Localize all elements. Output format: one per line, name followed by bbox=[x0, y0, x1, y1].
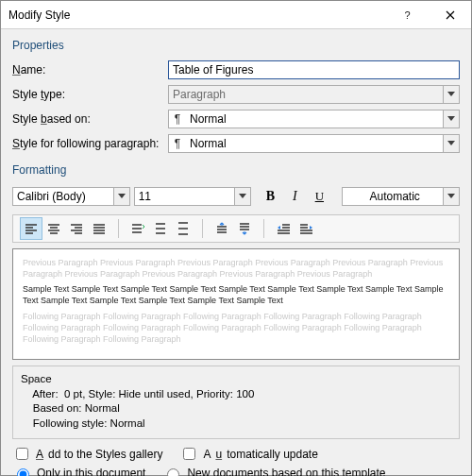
chevron-down-icon[interactable] bbox=[443, 110, 459, 128]
linespacing-2-button[interactable] bbox=[172, 217, 194, 240]
new-docs-radio[interactable]: New documents based on this template bbox=[162, 466, 385, 476]
styletype-combo: Paragraph bbox=[168, 85, 460, 104]
desc-line: Space bbox=[21, 372, 451, 387]
font-color-combo[interactable]: Automatic bbox=[342, 187, 460, 206]
chevron-down-icon bbox=[443, 86, 459, 103]
help-button[interactable]: ? bbox=[386, 1, 429, 29]
increase-indent-button[interactable] bbox=[295, 217, 317, 240]
align-center-button[interactable] bbox=[42, 217, 65, 240]
linespacing-15-button[interactable] bbox=[149, 217, 172, 240]
auto-update-checkbox[interactable]: Automatically update bbox=[179, 445, 317, 463]
underline-button[interactable]: U bbox=[308, 186, 330, 207]
add-to-gallery-checkbox[interactable]: Add to the Styles gallery bbox=[12, 445, 162, 463]
space-before-increase-button[interactable] bbox=[211, 217, 233, 240]
preview-previous: Previous Paragraph Previous Paragraph Pr… bbox=[23, 257, 449, 280]
style-description: Space After: 0 pt, Style: Hide until use… bbox=[12, 366, 460, 439]
linespacing-1-button[interactable] bbox=[126, 217, 149, 240]
only-this-doc-radio[interactable]: Only in this document bbox=[12, 466, 145, 476]
font-name-combo[interactable]: Calibri (Body) bbox=[12, 187, 130, 206]
paragraph-toolbar bbox=[12, 214, 460, 243]
styletype-label: Style type: bbox=[12, 88, 168, 101]
font-toolbar: Calibri (Body) 11 B I U Automatic bbox=[12, 186, 460, 207]
preview-following: Following Paragraph Following Paragraph … bbox=[23, 311, 449, 345]
desc-line: After: 0 pt, Style: Hide until used, Pri… bbox=[21, 387, 451, 402]
align-left-button[interactable] bbox=[20, 217, 42, 240]
desc-line: Following style: Normal bbox=[21, 416, 451, 432]
dialog-title: Modify Style bbox=[1, 8, 70, 22]
following-combo[interactable]: ¶ Normal bbox=[168, 134, 460, 153]
font-size-combo[interactable]: 11 bbox=[134, 187, 252, 206]
close-button[interactable] bbox=[429, 1, 471, 29]
formatting-heading: Formatting bbox=[12, 163, 460, 177]
align-justify-button[interactable] bbox=[88, 217, 110, 240]
basedon-combo[interactable]: ¶ Normal bbox=[168, 110, 460, 128]
name-label: Name: bbox=[12, 63, 168, 76]
titlebar: Modify Style ? bbox=[1, 1, 471, 29]
paragraph-icon: ¶ bbox=[169, 137, 186, 150]
desc-line: Based on: Normal bbox=[21, 401, 451, 416]
modify-style-dialog: Modify Style ? Properties Name: Name: St… bbox=[0, 0, 472, 476]
space-after-increase-button[interactable] bbox=[233, 217, 256, 240]
properties-heading: Properties bbox=[12, 39, 460, 52]
preview-sample: Sample Text Sample Text Sample Text Samp… bbox=[23, 283, 449, 306]
bold-button[interactable]: B bbox=[259, 186, 281, 207]
chevron-down-icon[interactable] bbox=[113, 188, 129, 205]
paragraph-icon: ¶ bbox=[169, 112, 186, 126]
following-label: Style for following paragraph: bbox=[12, 137, 168, 150]
style-preview: Previous Paragraph Previous Paragraph Pr… bbox=[12, 248, 460, 360]
align-right-button[interactable] bbox=[65, 217, 88, 240]
chevron-down-icon[interactable] bbox=[234, 188, 250, 205]
basedon-label: Style based on: bbox=[12, 112, 168, 126]
italic-button[interactable]: I bbox=[283, 186, 306, 207]
chevron-down-icon[interactable] bbox=[443, 135, 459, 152]
name-input[interactable] bbox=[168, 60, 460, 79]
chevron-down-icon[interactable] bbox=[443, 188, 459, 205]
decrease-indent-button[interactable] bbox=[272, 217, 295, 240]
